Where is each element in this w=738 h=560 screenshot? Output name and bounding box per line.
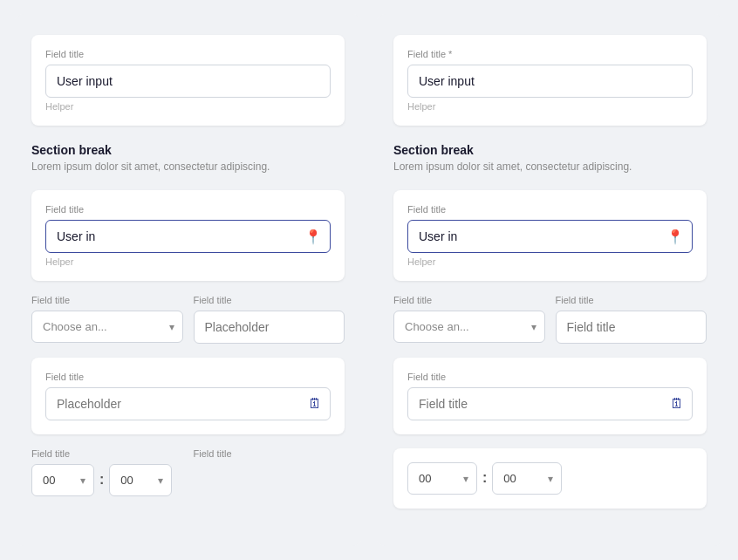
right-time-select-wrapper-1: 00 01 ▾ (407, 462, 477, 495)
left-field-2-label: Field title (45, 204, 331, 215)
right-placeholder-label: Field title (556, 295, 707, 305)
right-section-title: Section break (393, 143, 707, 157)
left-dropdown-group: Field title Choose an... ▾ (31, 295, 183, 344)
left-helper-1: Helper (45, 101, 331, 112)
left-placeholder-input[interactable] (194, 311, 345, 344)
left-time-left-label: Field title (31, 448, 183, 459)
left-field-3: Field title 🗓 (45, 372, 331, 420)
left-card-2: Field title 📍 Helper (31, 190, 345, 281)
right-helper-1: Helper (407, 101, 693, 112)
left-time-inner: 00 01 ▾ : 00 01 ▾ (31, 464, 183, 496)
left-time-right-label: Field title (194, 448, 345, 459)
left-field-3-label: Field title (45, 372, 331, 382)
right-time-card: 00 01 ▾ : 00 01 ▾ (393, 448, 707, 509)
left-input-1[interactable] (45, 65, 331, 98)
left-placeholder-group: Field title (194, 295, 345, 344)
right-time-row: 00 01 ▾ : 00 01 ▾ (407, 462, 693, 495)
left-section-break: Section break Lorem ipsum dolor sit amet… (31, 140, 345, 176)
left-field-1: Field title Helper (45, 49, 331, 112)
left-time-select-2[interactable]: 00 01 (109, 464, 172, 496)
right-placeholder-group: Field title (556, 295, 707, 344)
left-time-separator: : (99, 472, 104, 496)
right-dropdown-group: Field title Choose an... ▾ (393, 295, 545, 344)
left-time-left-group: Field title 00 01 ▾ : 00 01 ▾ (31, 448, 183, 496)
left-input-2[interactable] (45, 220, 331, 253)
right-panel: Field title * Helper Section break Lorem… (376, 14, 724, 546)
left-input-1-wrapper (45, 65, 331, 98)
right-time-select-2[interactable]: 00 01 (492, 462, 562, 495)
right-field-3: Field title 🗓 (407, 372, 693, 420)
left-card-1: Field title Helper (31, 35, 345, 126)
left-placeholder-label: Field title (194, 295, 345, 305)
left-date-wrapper: 🗓 (45, 387, 331, 420)
right-dropdown-label: Field title (393, 295, 545, 305)
right-helper-2: Helper (407, 256, 693, 267)
left-field-2: Field title 📍 Helper (45, 204, 331, 267)
right-card-1: Field title * Helper (393, 35, 707, 126)
left-date-input[interactable] (45, 387, 331, 420)
right-placeholder-input[interactable] (556, 311, 707, 344)
left-time-right-group: Field title (194, 448, 345, 496)
right-field-2: Field title 📍 Helper (407, 204, 693, 267)
left-panel: Field title Helper Section break Lorem i… (14, 14, 362, 546)
right-section-desc: Lorem ipsum dolor sit amet, consectetur … (393, 160, 707, 173)
right-two-col: Field title Choose an... ▾ Field title (393, 295, 707, 344)
right-input-2[interactable] (407, 220, 693, 253)
right-field-2-label: Field title (407, 204, 693, 215)
left-field-1-label: Field title (45, 49, 331, 59)
right-select-wrapper: Choose an... ▾ (393, 311, 545, 343)
left-two-col: Field title Choose an... ▾ Field title (31, 295, 345, 344)
left-select[interactable]: Choose an... (31, 311, 183, 343)
left-time-select-1[interactable]: 00 01 (31, 464, 94, 496)
left-time-select-wrapper-1: 00 01 ▾ (31, 464, 94, 496)
right-date-wrapper: 🗓 (407, 387, 693, 420)
right-input-1[interactable] (407, 65, 693, 98)
right-field-1-label: Field title * (407, 49, 693, 59)
left-card-3: Field title 🗓 (31, 358, 345, 434)
left-time-row: Field title 00 01 ▾ : 00 01 ▾ (31, 448, 345, 496)
right-input-1-wrapper (407, 65, 693, 98)
right-field-3-label: Field title (407, 372, 693, 382)
right-field-1: Field title * Helper (407, 49, 693, 112)
right-input-2-wrapper: 📍 (407, 220, 693, 253)
right-time-separator: : (482, 470, 487, 495)
right-time-select-wrapper-2: 00 01 ▾ (492, 462, 562, 495)
right-section-break: Section break Lorem ipsum dolor sit amet… (393, 140, 707, 176)
left-section-desc: Lorem ipsum dolor sit amet, consectetur … (31, 160, 345, 173)
left-input-2-wrapper: 📍 (45, 220, 331, 253)
left-time-select-wrapper-2: 00 01 ▾ (109, 464, 172, 496)
right-date-input[interactable] (407, 387, 693, 420)
left-section-title: Section break (31, 143, 345, 157)
left-dropdown-label: Field title (31, 295, 183, 305)
right-select[interactable]: Choose an... (393, 311, 545, 343)
right-card-2: Field title 📍 Helper (393, 190, 707, 281)
left-select-wrapper: Choose an... ▾ (31, 311, 183, 343)
left-helper-2: Helper (45, 256, 331, 267)
right-card-3: Field title 🗓 (393, 358, 707, 434)
right-time-select-1[interactable]: 00 01 (407, 462, 477, 495)
